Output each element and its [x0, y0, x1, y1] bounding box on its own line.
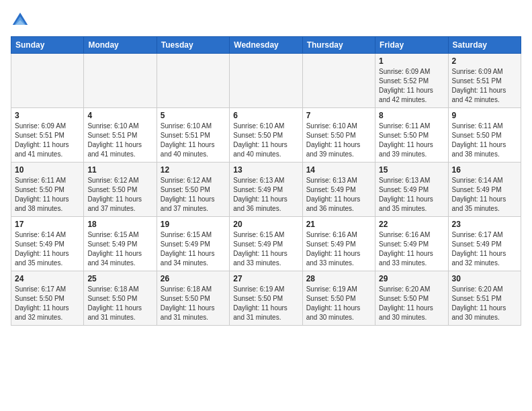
day-info: Sunrise: 6:16 AM Sunset: 5:49 PM Dayligh… — [306, 230, 371, 268]
day-info: Sunrise: 6:15 AM Sunset: 5:49 PM Dayligh… — [233, 230, 298, 268]
calendar-cell: 29Sunrise: 6:20 AM Sunset: 5:50 PM Dayli… — [375, 271, 448, 326]
weekday-wednesday: Wednesday — [230, 37, 302, 54]
day-number: 6 — [233, 111, 298, 120]
week-row-5: 24Sunrise: 6:17 AM Sunset: 5:50 PM Dayli… — [11, 271, 521, 326]
calendar-cell: 15Sunrise: 6:13 AM Sunset: 5:49 PM Dayli… — [375, 163, 448, 217]
day-number: 24 — [15, 274, 80, 283]
day-info: Sunrise: 6:18 AM Sunset: 5:50 PM Dayligh… — [161, 285, 226, 322]
calendar-cell: 11Sunrise: 6:12 AM Sunset: 5:50 PM Dayli… — [84, 163, 157, 217]
week-row-2: 3Sunrise: 6:09 AM Sunset: 5:51 PM Daylig… — [11, 108, 521, 163]
day-info: Sunrise: 6:19 AM Sunset: 5:50 PM Dayligh… — [306, 285, 371, 322]
calendar-table: SundayMondayTuesdayWednesdayThursdayFrid… — [11, 36, 521, 326]
day-info: Sunrise: 6:15 AM Sunset: 5:49 PM Dayligh… — [87, 230, 152, 268]
weekday-saturday: Saturday — [448, 37, 521, 54]
day-number: 25 — [87, 274, 152, 283]
calendar-cell — [84, 54, 157, 108]
day-number: 3 — [15, 111, 80, 120]
day-info: Sunrise: 6:10 AM Sunset: 5:50 PM Dayligh… — [233, 122, 298, 159]
calendar-cell: 2Sunrise: 6:09 AM Sunset: 5:51 PM Daylig… — [448, 54, 521, 108]
day-number: 17 — [15, 220, 80, 229]
day-number: 5 — [161, 111, 226, 120]
day-number: 1 — [379, 56, 444, 66]
day-number: 4 — [87, 111, 152, 120]
week-row-1: 1Sunrise: 6:09 AM Sunset: 5:52 PM Daylig… — [11, 54, 521, 108]
day-number: 13 — [233, 165, 298, 175]
day-info: Sunrise: 6:09 AM Sunset: 5:52 PM Dayligh… — [379, 67, 444, 105]
day-number: 11 — [87, 165, 152, 175]
day-info: Sunrise: 6:13 AM Sunset: 5:49 PM Dayligh… — [306, 176, 371, 214]
day-number: 8 — [379, 111, 444, 120]
day-number: 15 — [379, 165, 444, 175]
day-info: Sunrise: 6:14 AM Sunset: 5:49 PM Dayligh… — [452, 176, 517, 214]
day-info: Sunrise: 6:11 AM Sunset: 5:50 PM Dayligh… — [15, 176, 80, 214]
day-info: Sunrise: 6:11 AM Sunset: 5:50 PM Dayligh… — [452, 122, 517, 159]
calendar-cell: 27Sunrise: 6:19 AM Sunset: 5:50 PM Dayli… — [230, 271, 302, 326]
calendar-cell — [157, 54, 229, 108]
day-number: 16 — [452, 165, 517, 175]
day-info: Sunrise: 6:14 AM Sunset: 5:49 PM Dayligh… — [15, 230, 80, 268]
day-number: 20 — [233, 220, 298, 229]
day-info: Sunrise: 6:19 AM Sunset: 5:50 PM Dayligh… — [233, 285, 298, 322]
day-number: 2 — [452, 56, 517, 66]
weekday-sunday: Sunday — [11, 37, 84, 54]
page-header — [11, 11, 521, 30]
calendar-cell: 12Sunrise: 6:12 AM Sunset: 5:50 PM Dayli… — [157, 163, 229, 217]
calendar-cell: 26Sunrise: 6:18 AM Sunset: 5:50 PM Dayli… — [157, 271, 229, 326]
day-number: 9 — [452, 111, 517, 120]
day-info: Sunrise: 6:10 AM Sunset: 5:51 PM Dayligh… — [87, 122, 152, 159]
week-row-4: 17Sunrise: 6:14 AM Sunset: 5:49 PM Dayli… — [11, 217, 521, 271]
calendar-cell: 21Sunrise: 6:16 AM Sunset: 5:49 PM Dayli… — [302, 217, 375, 271]
calendar-cell: 13Sunrise: 6:13 AM Sunset: 5:49 PM Dayli… — [230, 163, 302, 217]
day-number: 19 — [161, 220, 226, 229]
day-info: Sunrise: 6:10 AM Sunset: 5:51 PM Dayligh… — [161, 122, 226, 159]
calendar-cell: 7Sunrise: 6:10 AM Sunset: 5:50 PM Daylig… — [302, 108, 375, 163]
calendar-cell: 22Sunrise: 6:16 AM Sunset: 5:49 PM Dayli… — [375, 217, 448, 271]
day-info: Sunrise: 6:09 AM Sunset: 5:51 PM Dayligh… — [452, 67, 517, 105]
calendar-cell: 8Sunrise: 6:11 AM Sunset: 5:50 PM Daylig… — [375, 108, 448, 163]
day-number: 22 — [379, 220, 444, 229]
calendar-cell: 19Sunrise: 6:15 AM Sunset: 5:49 PM Dayli… — [157, 217, 229, 271]
weekday-friday: Friday — [375, 37, 448, 54]
day-info: Sunrise: 6:09 AM Sunset: 5:51 PM Dayligh… — [15, 122, 80, 159]
day-info: Sunrise: 6:11 AM Sunset: 5:50 PM Dayligh… — [379, 122, 444, 159]
day-info: Sunrise: 6:17 AM Sunset: 5:50 PM Dayligh… — [15, 285, 80, 322]
calendar-cell: 1Sunrise: 6:09 AM Sunset: 5:52 PM Daylig… — [375, 54, 448, 108]
day-info: Sunrise: 6:20 AM Sunset: 5:50 PM Dayligh… — [379, 285, 444, 322]
day-number: 23 — [452, 220, 517, 229]
day-info: Sunrise: 6:12 AM Sunset: 5:50 PM Dayligh… — [161, 176, 226, 214]
day-number: 26 — [161, 274, 226, 283]
day-info: Sunrise: 6:13 AM Sunset: 5:49 PM Dayligh… — [233, 176, 298, 214]
logo — [11, 11, 32, 30]
day-number: 28 — [306, 274, 371, 283]
calendar-cell — [230, 54, 302, 108]
day-number: 10 — [15, 165, 80, 175]
calendar-cell: 24Sunrise: 6:17 AM Sunset: 5:50 PM Dayli… — [11, 271, 84, 326]
weekday-thursday: Thursday — [302, 37, 375, 54]
day-number: 27 — [233, 274, 298, 283]
day-number: 21 — [306, 220, 371, 229]
day-info: Sunrise: 6:16 AM Sunset: 5:49 PM Dayligh… — [379, 230, 444, 268]
day-info: Sunrise: 6:18 AM Sunset: 5:50 PM Dayligh… — [87, 285, 152, 322]
calendar-cell: 16Sunrise: 6:14 AM Sunset: 5:49 PM Dayli… — [448, 163, 521, 217]
weekday-header-row: SundayMondayTuesdayWednesdayThursdayFrid… — [11, 37, 521, 54]
calendar-cell: 20Sunrise: 6:15 AM Sunset: 5:49 PM Dayli… — [230, 217, 302, 271]
day-info: Sunrise: 6:17 AM Sunset: 5:49 PM Dayligh… — [452, 230, 517, 268]
calendar-header: SundayMondayTuesdayWednesdayThursdayFrid… — [11, 37, 521, 54]
calendar-cell: 3Sunrise: 6:09 AM Sunset: 5:51 PM Daylig… — [11, 108, 84, 163]
calendar-cell: 10Sunrise: 6:11 AM Sunset: 5:50 PM Dayli… — [11, 163, 84, 217]
day-info: Sunrise: 6:13 AM Sunset: 5:49 PM Dayligh… — [379, 176, 444, 214]
day-number: 7 — [306, 111, 371, 120]
calendar-cell: 6Sunrise: 6:10 AM Sunset: 5:50 PM Daylig… — [230, 108, 302, 163]
day-number: 29 — [379, 274, 444, 283]
calendar-cell: 30Sunrise: 6:20 AM Sunset: 5:51 PM Dayli… — [448, 271, 521, 326]
calendar-cell: 9Sunrise: 6:11 AM Sunset: 5:50 PM Daylig… — [448, 108, 521, 163]
day-number: 30 — [452, 274, 517, 283]
day-info: Sunrise: 6:20 AM Sunset: 5:51 PM Dayligh… — [452, 285, 517, 322]
day-number: 14 — [306, 165, 371, 175]
calendar-body: 1Sunrise: 6:09 AM Sunset: 5:52 PM Daylig… — [11, 54, 521, 326]
weekday-monday: Monday — [84, 37, 157, 54]
calendar-cell: 28Sunrise: 6:19 AM Sunset: 5:50 PM Dayli… — [302, 271, 375, 326]
calendar-cell: 25Sunrise: 6:18 AM Sunset: 5:50 PM Dayli… — [84, 271, 157, 326]
day-info: Sunrise: 6:15 AM Sunset: 5:49 PM Dayligh… — [161, 230, 226, 268]
calendar-cell: 4Sunrise: 6:10 AM Sunset: 5:51 PM Daylig… — [84, 108, 157, 163]
